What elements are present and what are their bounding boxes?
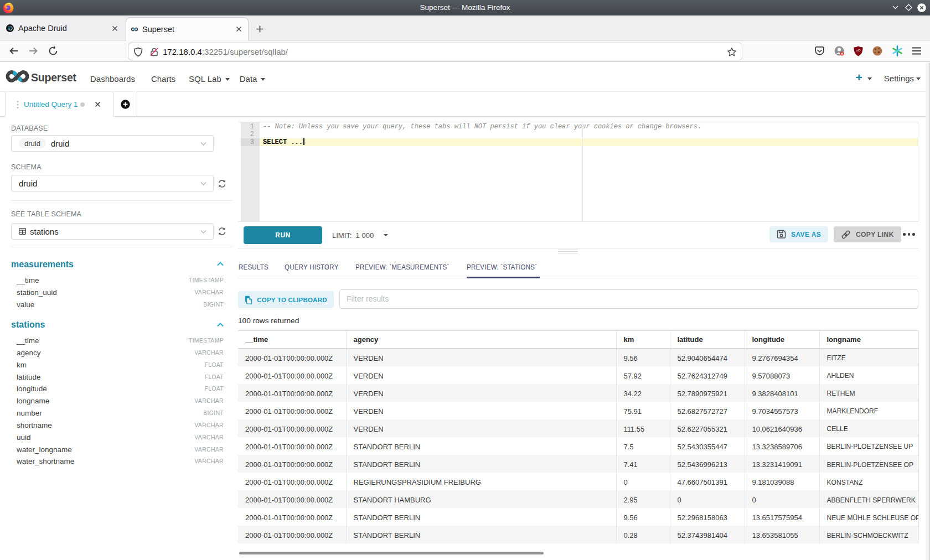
svg-text:uO: uO xyxy=(856,48,860,51)
